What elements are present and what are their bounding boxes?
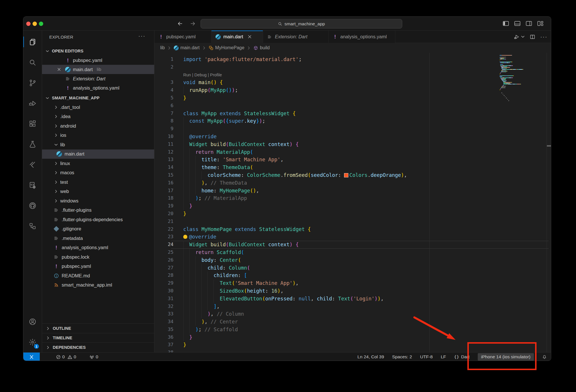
status-eol[interactable]: LF xyxy=(441,353,446,361)
line-number[interactable]: 13 xyxy=(154,156,173,164)
code-line[interactable]: 27 child: Column( xyxy=(154,264,551,272)
forward-arrow-icon[interactable] xyxy=(190,20,196,27)
sidebar-section-dependencies[interactable]: DEPENDENCIES xyxy=(42,342,154,352)
status-warnings[interactable]: 0 xyxy=(67,353,76,361)
code-line[interactable]: 9 xyxy=(154,125,551,133)
line-number[interactable]: 19 xyxy=(154,202,173,210)
toggle-panel-icon[interactable] xyxy=(514,21,520,26)
zoom-window-button[interactable] xyxy=(39,22,43,26)
activity-item-source-control[interactable] xyxy=(23,73,42,93)
tab-extension-dart[interactable]: Extension: Dart xyxy=(263,31,328,43)
line-number[interactable]: 30 xyxy=(154,287,173,295)
line-number[interactable]: 36 xyxy=(154,334,173,341)
project-root-header[interactable]: SMART_MACHINE_APP xyxy=(42,93,154,103)
tab-main-dart[interactable]: main.dart xyxy=(211,31,263,43)
line-number[interactable]: 8 xyxy=(154,117,173,125)
line-number[interactable]: 4 xyxy=(154,86,173,94)
code-line[interactable]: 32 ], xyxy=(154,303,551,310)
activity-item-extensions[interactable] xyxy=(23,113,42,134)
activity-item-references[interactable] xyxy=(23,216,42,236)
command-center-search[interactable]: smart_machine_app xyxy=(201,19,402,29)
line-number[interactable]: 29 xyxy=(154,279,173,287)
color-swatch-deep-orange[interactable] xyxy=(344,173,348,177)
open-editor-item[interactable]: main.dartlib xyxy=(42,65,154,74)
code-line[interactable]: 1import 'package:flutter/material.dart'; xyxy=(154,56,551,63)
code-line[interactable]: 17 home: MyHomePage(), xyxy=(154,187,551,195)
line-number[interactable]: 1 xyxy=(154,56,173,63)
code-line[interactable]: 18 ); // MaterialApp xyxy=(154,194,551,202)
breadcrumb-item-build[interactable]: build xyxy=(253,45,270,50)
code-line[interactable]: 37} xyxy=(154,341,551,349)
code-line[interactable]: 31 ElevatedButton(onPressed: null, child… xyxy=(154,295,551,303)
tree-file--gitignore[interactable]: .gitignore xyxy=(42,224,154,234)
tree-folder-android[interactable]: android xyxy=(42,121,154,131)
code-line[interactable]: 20} xyxy=(154,210,551,218)
line-number[interactable]: 20 xyxy=(154,210,173,218)
status-encoding[interactable]: UTF-8 xyxy=(420,353,433,361)
remote-indicator[interactable] xyxy=(23,353,40,361)
code-line[interactable]: 38 xyxy=(154,349,551,352)
chevron-down-icon[interactable] xyxy=(521,35,525,39)
activity-item-explorer[interactable] xyxy=(23,32,42,52)
code-line[interactable]: 23@override xyxy=(154,233,551,241)
tree-file--flutter-plugins-dependencies[interactable]: .flutter-plugins-dependencies xyxy=(42,215,154,224)
tree-folder-macos[interactable]: macos xyxy=(42,168,154,178)
tab-analysis-options-yaml[interactable]: !analysis_options.yaml xyxy=(328,31,395,43)
open-editor-item[interactable]: !pubspec.yaml xyxy=(42,56,154,65)
editor-more-actions-icon[interactable]: ··· xyxy=(540,34,547,40)
activity-item-github[interactable] xyxy=(23,195,42,216)
activity-item-settings[interactable]: 1 xyxy=(23,332,42,352)
code-line[interactable]: 26 body: Center( xyxy=(154,256,551,264)
code-line[interactable]: 14 theme: ThemeData( xyxy=(154,164,551,171)
back-arrow-icon[interactable] xyxy=(177,20,183,27)
open-editor-item[interactable]: !analysis_options.yaml xyxy=(42,83,154,92)
minimap[interactable] xyxy=(500,55,541,103)
code-editor[interactable]: 1import 'package:flutter/material.dart';… xyxy=(154,53,551,352)
activity-item-search[interactable] xyxy=(23,52,42,73)
code-line[interactable]: 34 ), // Center xyxy=(154,318,551,326)
tree-folder-linux[interactable]: linux xyxy=(42,159,154,168)
tree-folder-web[interactable]: web xyxy=(42,187,154,196)
tree-folder-windows[interactable]: windows xyxy=(42,196,154,206)
code-line[interactable]: 3void main() { xyxy=(154,79,551,86)
line-number[interactable]: 2 xyxy=(154,63,173,71)
tree-file--metadata[interactable]: .metadata xyxy=(42,234,154,243)
tree-folder-test[interactable]: test xyxy=(42,177,154,187)
tree-file-main-dart[interactable]: main.dart xyxy=(42,149,154,159)
line-number[interactable]: 28 xyxy=(154,272,173,279)
sidebar-section-outline[interactable]: OUTLINE xyxy=(42,323,154,333)
close-window-button[interactable] xyxy=(26,22,31,26)
code-line[interactable]: 21 xyxy=(154,218,551,226)
code-line[interactable]: 36 } xyxy=(154,334,551,341)
scrollbar-track[interactable] xyxy=(547,53,547,352)
line-number[interactable]: 27 xyxy=(154,264,173,272)
line-number[interactable]: 37 xyxy=(154,341,173,349)
tab-pubspec-yaml[interactable]: !pubspec.yaml xyxy=(154,31,211,43)
breadcrumb-item-lib[interactable]: lib xyxy=(160,45,165,50)
line-number[interactable]: 33 xyxy=(154,310,173,318)
notifications-bell[interactable] xyxy=(542,353,547,361)
line-number[interactable]: 15 xyxy=(154,171,173,179)
line-number[interactable]: 18 xyxy=(154,194,173,202)
activity-item-dart-tooling[interactable] xyxy=(23,175,42,195)
tree-file-pubspec-lock[interactable]: pubspec.lock xyxy=(42,252,154,262)
sidebar-more-actions-icon[interactable]: ··· xyxy=(138,33,146,39)
code-line[interactable]: 12 return MaterialApp( xyxy=(154,148,551,156)
line-number[interactable]: 6 xyxy=(154,102,173,110)
customize-layout-icon[interactable] xyxy=(537,21,543,26)
code-line[interactable]: 11 Widget build(BuildContext context) { xyxy=(154,141,551,148)
code-line[interactable]: 15 colorScheme: ColorScheme.fromSeed(see… xyxy=(154,171,551,179)
code-line[interactable]: 4 runApp(MyApp()); xyxy=(154,86,551,94)
status-indentation[interactable]: Spaces: 2 xyxy=(392,353,412,361)
code-line[interactable]: 24 Widget build(BuildContext context) { xyxy=(154,241,551,249)
line-number[interactable]: 22 xyxy=(154,226,173,233)
line-number[interactable]: 38 xyxy=(154,349,173,352)
activity-item-testing[interactable] xyxy=(23,134,42,154)
tree-folder--idea[interactable]: .idea xyxy=(42,112,154,122)
line-number[interactable]: 14 xyxy=(154,164,173,171)
activity-item-run-debug[interactable] xyxy=(23,93,42,113)
lightbulb-icon[interactable] xyxy=(183,235,187,239)
status-language-mode[interactable]: {}Dart xyxy=(454,353,470,361)
line-number[interactable]: 21 xyxy=(154,218,173,226)
breadcrumb-item-myhomepage[interactable]: MyHomePage xyxy=(209,45,244,50)
